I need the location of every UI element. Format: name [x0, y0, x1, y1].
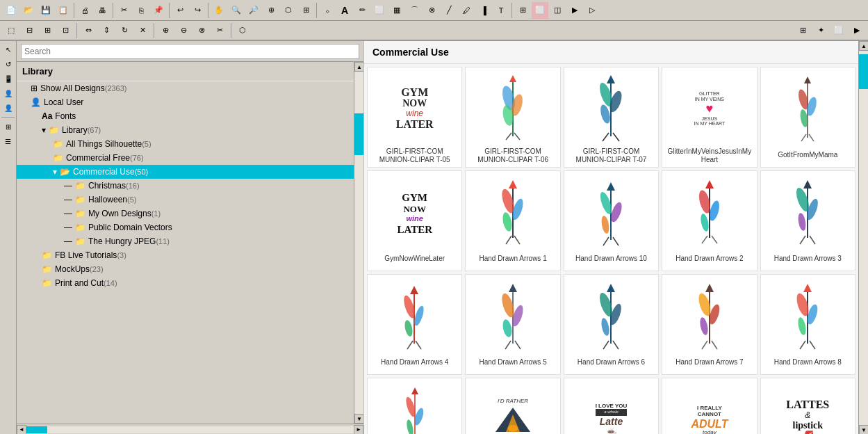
sidebar-item-library[interactable]: ▾ 📁 Library (67) — [17, 123, 354, 137]
sidebar-item-halloween[interactable]: — 📁 Halloween (5) — [17, 193, 354, 207]
cut-btn[interactable]: ✂ — [115, 2, 132, 19]
grid-item-arrows8[interactable]: Hand Drawn Arrows 8 — [760, 274, 855, 375]
hand-btn[interactable]: ✋ — [211, 2, 227, 19]
search-input[interactable] — [21, 44, 359, 59]
grid-item-girl-clipart-07[interactable]: GIRL-FIRST-COM MUNION-CLIPAR T-07 — [564, 67, 659, 168]
send-btn[interactable]: ▶ — [566, 2, 583, 19]
replicate-btn[interactable]: ⬡ — [234, 22, 251, 39]
combine-btn[interactable]: ⊕ — [157, 22, 174, 39]
text2-btn[interactable]: T — [493, 2, 509, 19]
mobile-tool[interactable]: 📱 — [1, 72, 15, 86]
grid-item-arrows6[interactable]: Hand Drawn Arrows 6 — [564, 274, 659, 375]
grid-item-arrows9[interactable]: Hand Drawn Arrows 9 — [367, 378, 462, 434]
save-btn[interactable]: 💾 — [38, 2, 54, 19]
sidebar-item-hungry-jpeg[interactable]: — 📁 The Hungry JPEG (11) — [17, 234, 354, 248]
grid-item-girl-clipart-05[interactable]: GYM NOW wine LATER GIRL-FIRST-COM MUNION… — [367, 67, 462, 168]
sidebar-item-show-all[interactable]: ⊞ Show All Designs (2363) — [17, 81, 354, 95]
cut-style-btn[interactable]: ⬜ — [830, 22, 847, 39]
send2-btn[interactable]: ▷ — [584, 2, 600, 19]
sidebar-item-public-domain[interactable]: — 📁 Public Domain Vectors — [17, 220, 354, 234]
grid-btn[interactable]: ⊞ — [514, 2, 531, 19]
align-btn[interactable]: ⊡ — [57, 22, 74, 39]
reg-btn[interactable]: ✦ — [812, 22, 829, 39]
h-scroll-thumb[interactable] — [26, 426, 47, 433]
grid-item-adult[interactable]: I REALLY CANNOT ADULT today I Really Can… — [662, 378, 757, 434]
select-btn[interactable]: ⬚ — [3, 22, 19, 39]
curve-btn[interactable]: ⌒ — [406, 2, 423, 19]
send3-btn[interactable]: ▶ — [849, 22, 865, 39]
scroll-up-btn[interactable]: ▲ — [354, 62, 363, 72]
sidebar-item-my-designs[interactable]: — 📁 My Own Designs (1) — [17, 207, 354, 220]
grid-item-arrows1[interactable]: Hand Drawn Arrows 1 — [465, 170, 560, 271]
panel-btn[interactable]: ◫ — [549, 2, 566, 19]
new-btn[interactable]: 📄 — [3, 2, 19, 19]
right-scroll-thumb[interactable] — [859, 54, 868, 89]
grid-item-camping[interactable]: I'D RATHER BE CAMPING I'd Rather Be Camp… — [465, 378, 560, 434]
ungroup-btn[interactable]: ⊞ — [39, 22, 56, 39]
sidebar-item-fonts[interactable]: Aa Fonts — [17, 109, 354, 123]
redo-btn[interactable]: ↪ — [189, 2, 206, 19]
sidebar-item-fb-live[interactable]: 📁 FB Live Tutorials (3) — [17, 248, 354, 262]
grid-tool[interactable]: ⊞ — [1, 120, 15, 134]
intersect-btn[interactable]: ⊗ — [193, 22, 210, 39]
subtract-btn[interactable]: ⊖ — [175, 22, 192, 39]
grid-item-gym-wine[interactable]: GYM NOW wine LATER GymNowWineLater — [367, 170, 462, 271]
copy-btn[interactable]: ⎘ — [133, 2, 149, 19]
open-btn[interactable]: 📂 — [20, 2, 37, 19]
right-scroll-up[interactable]: ▲ — [859, 41, 868, 51]
grid-item-latte[interactable]: I LOVE YOU a whole Latte ☕ I Love You A … — [564, 378, 659, 434]
scroll-right-btn[interactable]: ► — [354, 425, 363, 435]
scroll-down-btn[interactable]: ▼ — [354, 414, 363, 424]
node-btn[interactable]: ⬦ — [319, 2, 336, 19]
grid-item-arrows3[interactable]: Hand Drawn Arrows 3 — [760, 170, 855, 271]
print-btn[interactable]: 🖨 — [76, 2, 93, 19]
grid-item-arrows10[interactable]: Hand Drawn Arrows 10 — [564, 170, 659, 271]
flip-v-btn[interactable]: ⇕ — [98, 22, 115, 39]
undo-btn[interactable]: ↩ — [172, 2, 188, 19]
fit-page-btn[interactable]: ⊞ — [794, 22, 811, 39]
eraser-btn[interactable]: ⬜ — [371, 2, 388, 19]
user2-tool[interactable]: 👤 — [1, 101, 15, 115]
right-scroll-down[interactable]: ▼ — [859, 425, 868, 434]
grid-item-arrows7[interactable]: Hand Drawn Arrows 7 — [662, 274, 757, 375]
grid-item-got-it[interactable]: GotItFromMyMama — [760, 67, 855, 168]
pen-btn[interactable]: 🖊 — [458, 2, 475, 19]
sidebar-item-print-cut[interactable]: 📁 Print and Cut (14) — [17, 276, 354, 290]
paste-btn[interactable]: 📌 — [150, 2, 167, 19]
user-tool[interactable]: 👤 — [1, 86, 15, 100]
zoom-in-btn[interactable]: 🔍 — [228, 2, 245, 19]
sidebar-item-mockups[interactable]: 📁 MockUps (23) — [17, 262, 354, 276]
grid-item-arrows4[interactable]: Hand Drawn Arrows 4 — [367, 274, 462, 375]
shapes-btn[interactable]: ⬡ — [280, 2, 297, 19]
marker-btn[interactable]: ▐ — [475, 2, 492, 19]
sidebar-item-commercial-free[interactable]: 📁 Commercial Free (76) — [17, 151, 354, 165]
grid-item-glitter[interactable]: GLITTER IN MY VEINS ♥ JESUS IN MY HEART … — [662, 67, 757, 168]
arrow-tool[interactable]: ↖ — [1, 42, 15, 56]
weld-btn[interactable]: ⊗ — [423, 2, 440, 19]
grid-item-girl-clipart-06[interactable]: GIRL-FIRST-COM MUNION-CLIPAR T-06 — [465, 67, 560, 168]
scroll-left-btn[interactable]: ◄ — [17, 425, 26, 435]
scroll-thumb[interactable] — [354, 113, 363, 155]
rotate-tool[interactable]: ↺ — [1, 57, 15, 71]
move-btn[interactable]: ⊞ — [297, 2, 314, 19]
knife-btn[interactable]: ╱ — [441, 2, 457, 19]
sidebar-item-all-things[interactable]: 📁 All Things Silhouette (5) — [17, 137, 354, 151]
grid-item-arrows2[interactable]: Hand Drawn Arrows 2 — [662, 170, 757, 271]
grid-item-lipstick[interactable]: LATTES & lipstick 💋 Lattes & Lipstick — [760, 378, 855, 434]
cut-path-btn[interactable]: ✂ — [211, 22, 228, 39]
delete-btn[interactable]: ✕ — [134, 22, 151, 39]
sidebar-item-christmas[interactable]: — 📁 Christmas (16) — [17, 179, 354, 193]
save-as-btn[interactable]: 📋 — [55, 2, 72, 19]
list-tool[interactable]: ☰ — [1, 134, 15, 148]
print2-btn[interactable]: 🖶 — [94, 2, 110, 19]
group-btn[interactable]: ⊟ — [21, 22, 38, 39]
rotate-btn[interactable]: ↻ — [116, 22, 133, 39]
flip-h-btn[interactable]: ⇔ — [80, 22, 97, 39]
sidebar-item-local-user[interactable]: 👤 Local User — [17, 95, 354, 109]
grid-item-arrows5[interactable]: Hand Drawn Arrows 5 — [465, 274, 560, 375]
zoom-fit-btn[interactable]: ⊕ — [263, 2, 279, 19]
text-btn[interactable]: A — [336, 2, 353, 19]
sidebar-item-commercial-use[interactable]: ▾ 📂 Commercial Use (50) — [17, 165, 354, 179]
color-btn[interactable]: ⬜ — [532, 2, 548, 19]
fill-btn[interactable]: ▦ — [388, 2, 405, 19]
